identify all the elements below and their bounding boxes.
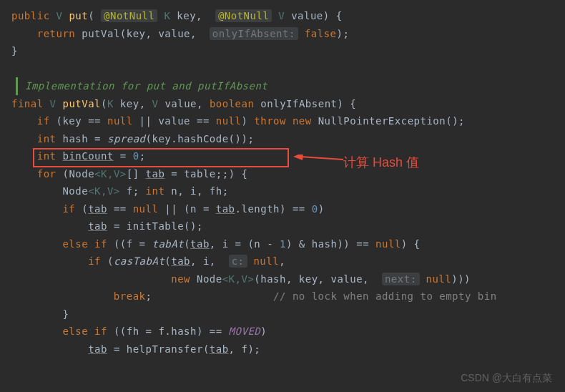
code-line: Node<K,V> f; int n, i, fh; (11, 182, 565, 200)
code-line: return putVal(key, value, onlyIfAbsent: … (11, 25, 565, 43)
code-line: if (casTabAt(tab, i, c: null, (11, 253, 565, 270)
code-line: public V put( @NotNull K key, @NotNull V… (11, 7, 565, 25)
code-editor[interactable]: public V put( @NotNull K key, @NotNull V… (0, 0, 565, 365)
annotation-label: 计算 Hash 值 (343, 154, 419, 171)
code-line: final V putVal(K key, V value, boolean o… (11, 95, 565, 113)
code-line: break; // no lock when adding to empty b… (11, 288, 565, 305)
code-line-highlighted: int hash = spread(key.hashCode()); (11, 130, 565, 148)
code-line: if (key == null || value == null) throw … (11, 112, 565, 130)
code-line: } (11, 42, 565, 60)
code-line: new Node<K,V>(hash, key, value, next: nu… (11, 270, 565, 288)
code-line: int binCount = 0; (11, 147, 565, 165)
code-line: else if ((fh = f.hash) == MOVED) (11, 323, 565, 340)
doc-comment: Implementation for put and putIfAbsent (16, 77, 565, 95)
code-line: tab = initTable(); (11, 217, 565, 235)
code-line: tab = helpTransfer(tab, f); (11, 340, 565, 358)
code-line (11, 60, 565, 78)
code-line: if (tab == null || (n = tab.length) == 0… (11, 200, 565, 218)
watermark: CSDN @大白有点菜 (461, 372, 552, 385)
code-line: else if ((f = tabAt(tab, i = (n - 1) & h… (11, 235, 565, 253)
code-line: } (11, 305, 565, 323)
code-line: for (Node<K,V>[] tab = table;;) { (11, 165, 565, 183)
